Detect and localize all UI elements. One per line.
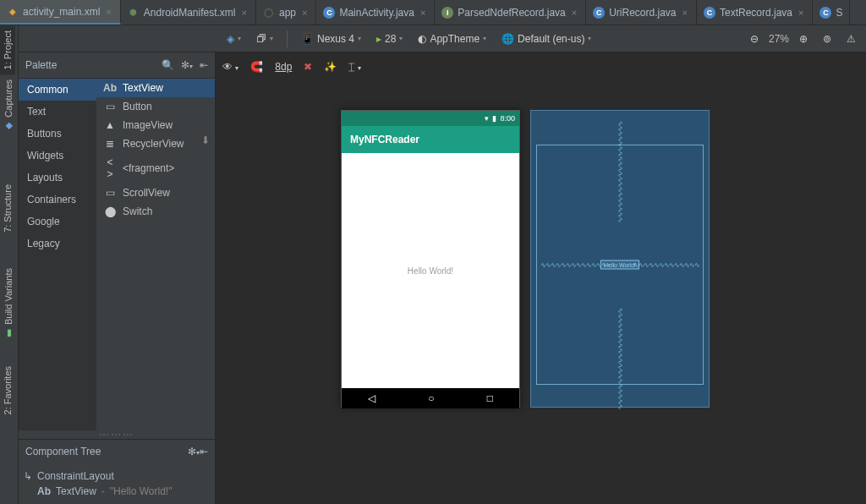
constraint-spring-bottom: ∿∿∿∿∿∿∿∿∿∿∿∿∿∿∿∿∿∿∿∿ [617,308,624,409]
cat-text[interactable]: Text [19,101,96,123]
close-icon[interactable]: × [104,7,112,17]
fragment-icon: < > [103,156,117,180]
default-margin[interactable]: 8dp [275,61,292,73]
tree-child[interactable]: AbTextView- "Hello World!" [37,484,210,499]
orientation-select[interactable]: 🗇▾ [251,31,278,47]
magnet-icon[interactable]: 🧲 [250,61,263,73]
rail-structure[interactable]: 7: Structure [0,179,15,238]
tab-activity-main[interactable]: ◆activity_main.xml× [0,0,121,25]
scrollview-icon: ▭ [103,187,117,199]
palette-categories: Common Text Buttons Widgets Layouts Cont… [19,79,96,430]
preview-text: Hello World! [408,266,453,276]
preview-body: Hello World! [342,153,519,388]
left-tool-rail: 1: Project ◆Captures 7: Structure ▮Build… [0,25,19,504]
tab-label: app [279,7,296,19]
wifi-icon: ▾ [485,114,489,123]
nav-home-icon: ○ [428,392,434,404]
palette-title: Palette [25,59,57,71]
rail-favorites[interactable]: 2: Favorites [0,361,15,419]
tab-parsed-ndef[interactable]: IParsedNdefRecord.java× [435,0,586,25]
tab-main-activity[interactable]: CMainActivity.java× [316,0,435,25]
tab-text-record[interactable]: CTextRecord.java× [697,0,813,25]
design-toolbar: ◈▾ 🗇▾ 📱Nexus 4▾ ▸28▾ ◐AppTheme▾ 🌐Default… [19,25,866,52]
nav-recent-icon: □ [487,392,493,404]
blueprint-bounds: ∿∿∿∿∿∿∿∿∿∿∿∿∿ ∿∿∿∿∿∿∿∿∿∿∿∿∿ ∿∿∿∿∿∿∿∿∿∿∿∿… [536,145,704,385]
close-icon[interactable]: × [240,8,249,18]
cat-buttons[interactable]: Buttons [19,123,96,145]
download-icon[interactable]: ⬇ [201,134,210,146]
close-icon[interactable]: × [797,8,805,18]
tab-label: ParsedNdefRecord.java [458,7,565,19]
hide-icon[interactable]: ⇤ [200,446,208,457]
cat-containers[interactable]: Containers [19,189,96,211]
rail-build-variants[interactable]: ▮Build Variants [0,263,16,344]
widget-scrollview[interactable]: ▭ScrollView [96,184,215,202]
widget-fragment[interactable]: < ><fragment> [96,153,215,184]
zoom-fit-button[interactable]: ⊚ [818,31,836,47]
layout-icon: ↳ [24,470,32,482]
zoom-label: 27% [769,33,789,45]
status-time: 8:00 [500,114,515,123]
zoom-in-button[interactable]: ⊕ [794,31,813,47]
api-select[interactable]: ▸28▾ [371,31,408,47]
close-icon[interactable]: × [419,8,427,18]
guidelines-icon[interactable]: ⌶ ▾ [348,61,360,73]
close-icon[interactable]: × [570,8,578,18]
blueprint-textview[interactable]: Hello World! [600,260,639,270]
tab-label: AndroidManifest.xml [144,7,236,19]
textview-icon: Ab [37,485,51,497]
gear-icon[interactable]: ✻▾ [181,59,193,71]
tab-uri-record[interactable]: CUriRecord.java× [586,0,697,25]
warnings-button[interactable]: ⚠ [841,31,861,47]
tab-manifest[interactable]: ⬢AndroidManifest.xml× [121,0,256,25]
zoom-out-button[interactable]: ⊖ [745,31,764,47]
battery-icon: ▮ [492,114,496,123]
theme-select[interactable]: ◐AppTheme▾ [413,31,491,47]
cat-widgets[interactable]: Widgets [19,145,96,167]
tab-app[interactable]: ◯app× [256,0,316,25]
widget-imageview[interactable]: ▲ImageView [96,116,215,134]
preview-appbar: MyNFCReader [342,126,519,153]
switch-icon: ⬤ [103,205,117,217]
close-icon[interactable]: × [681,8,689,18]
java-icon: C [704,7,715,19]
tab-label: activity_main.xml [23,6,100,18]
tab-extra[interactable]: CS [813,0,850,25]
textview-icon: Ab [103,82,117,94]
tree-root[interactable]: ↳ConstraintLayout [24,468,210,484]
constraint-spring-left: ∿∿∿∿∿∿∿∿∿∿∿∿∿ [540,261,606,269]
blueprint-device[interactable]: ∿∿∿∿∿∿∿∿∿∿∿∿∿ ∿∿∿∿∿∿∿∿∿∿∿∿∿ ∿∿∿∿∿∿∿∿∿∿∿∿… [530,110,710,408]
locale-select[interactable]: 🌐Default (en-us)▾ [496,31,596,47]
widget-button[interactable]: ▭Button [96,97,215,116]
palette-widgets: AbTextView ▭Button ▲ImageView ≣RecyclerV… [96,79,215,430]
tab-label: MainActivity.java [339,7,414,19]
cat-legacy[interactable]: Legacy [19,233,96,255]
tab-label: S [836,7,842,19]
tab-label: TextRecord.java [720,7,792,19]
rail-project[interactable]: 1: Project [0,25,15,74]
widget-textview[interactable]: AbTextView [96,79,215,97]
preview-statusbar: ▾▮8:00 [342,111,519,126]
widget-recyclerview[interactable]: ≣RecyclerView [96,134,215,153]
rail-captures[interactable]: ◆Captures [0,74,16,137]
device-select[interactable]: 📱Nexus 4▾ [296,31,366,47]
search-icon[interactable]: 🔍 [162,59,174,71]
close-icon[interactable]: × [300,8,309,18]
preview-device[interactable]: ▾▮8:00 MyNFCReader Hello World! ◁○□ [341,110,520,408]
component-tree-panel: Component Tree ✻▾ ⇤ ↳ConstraintLayout Ab… [19,439,215,504]
clear-constraints-icon[interactable]: ✖ [304,61,312,73]
eye-icon[interactable]: 👁 ▾ [222,61,238,73]
nav-back-icon: ◁ [368,392,375,404]
cat-layouts[interactable]: Layouts [19,167,96,189]
resize-handle[interactable]: ⋯⋯⋯ [19,430,215,439]
infer-constraints-icon[interactable]: ✨ [324,61,337,73]
surface-toolbar: 👁 ▾ 🧲 8dp ✖ ✨ ⌶ ▾ [216,52,866,81]
gear-icon[interactable]: ✻▾ [188,446,200,457]
design-surface-select[interactable]: ◈▾ [222,31,246,47]
app-icon: ◯ [263,7,275,19]
cat-common[interactable]: Common [19,79,96,101]
cat-google[interactable]: Google [19,211,96,233]
widget-switch[interactable]: ⬤Switch [96,202,215,221]
hide-icon[interactable]: ⇤ [200,59,208,71]
constraint-spring-top: ∿∿∿∿∿∿∿∿∿∿∿∿∿∿∿∿∿∿∿∿ [617,121,624,222]
